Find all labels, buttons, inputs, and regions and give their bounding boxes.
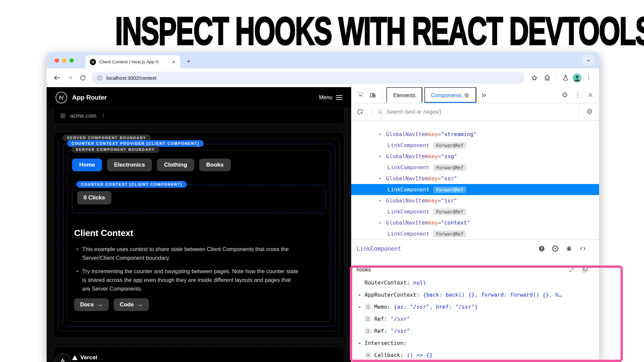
- view-source-icon[interactable]: [579, 245, 586, 252]
- bullet-item: Try incrementing the counter and navigat…: [82, 267, 300, 293]
- react-atom-icon: [464, 93, 470, 98]
- tree-row[interactable]: LinkComponentForwardRef: [351, 140, 599, 151]
- nav-item-books[interactable]: Books: [199, 159, 231, 171]
- minimize-window-button[interactable]: [62, 58, 66, 63]
- forwardref-badge: ForwardRef: [433, 142, 466, 149]
- nextjs-logo-icon[interactable]: [55, 92, 67, 104]
- copy-inspect-icon[interactable]: [581, 266, 588, 273]
- forward-icon[interactable]: [64, 72, 75, 83]
- hook-row[interactable]: 3Ref:"/ssr": [357, 325, 594, 337]
- attr-equals: =: [438, 131, 441, 137]
- search-input[interactable]: [386, 109, 573, 115]
- nav-item-home[interactable]: Home: [72, 159, 102, 171]
- tab-close-icon[interactable]: [171, 59, 177, 65]
- docs-button[interactable]: Docs →: [74, 298, 109, 311]
- expand-arrow-icon[interactable]: ▾: [379, 132, 386, 137]
- hook-row[interactable]: ▸Intersection:: [357, 337, 594, 349]
- window-content: App Router Menu acme.com / SERVER COMPON…: [47, 87, 599, 362]
- components-tab-label: Components: [431, 93, 462, 99]
- code-button[interactable]: Code →: [114, 298, 149, 311]
- hook-row[interactable]: ▸AppRouterContext:{back: back() {}, forw…: [357, 289, 594, 301]
- extensions-icon[interactable]: [541, 72, 553, 83]
- devtools-search-row: ⚙: [351, 103, 599, 121]
- app-header: App Router Menu: [47, 87, 351, 108]
- hooks-actions: [568, 266, 594, 273]
- component-name: LinkComponent: [387, 186, 429, 193]
- site-info-icon[interactable]: [97, 75, 103, 81]
- server-component-boundary-outer: SERVER COMPONENT BOUNDARY COUNTER CONTEX…: [58, 138, 339, 331]
- reload-icon[interactable]: [77, 72, 88, 83]
- error-icon[interactable]: [538, 245, 545, 252]
- nav-item-clothing[interactable]: Clothing: [157, 159, 194, 171]
- expand-arrow-icon[interactable]: ▾: [379, 176, 386, 181]
- expand-arrow-icon[interactable]: ▾: [379, 220, 386, 225]
- hamburger-icon: [336, 95, 342, 100]
- view-settings-gear-icon[interactable]: ⚙: [584, 107, 595, 117]
- demo-site-favicon: [60, 113, 65, 118]
- demo-card: SERVER COMPONENT BOUNDARY COUNTER CONTEX…: [53, 132, 344, 338]
- browser-tab[interactable]: Client Context | Next.js App R: [86, 55, 180, 68]
- expand-arrow-icon[interactable]: ▸: [359, 341, 365, 346]
- search-divider: [579, 108, 579, 116]
- arrow-right-icon: →: [97, 301, 103, 308]
- expand-arrow-icon[interactable]: ▾: [379, 154, 386, 159]
- hook-row[interactable]: 9Callback:() => {}: [357, 349, 594, 361]
- tree-row[interactable]: ▾GlobalNavItem key="ssg": [351, 151, 599, 162]
- new-tab-button[interactable]: [183, 56, 194, 66]
- inspect-element-icon[interactable]: [355, 90, 365, 101]
- vercel-logo[interactable]: Vercel: [72, 354, 97, 361]
- profile-avatar[interactable]: [573, 73, 582, 82]
- expand-arrow-icon[interactable]: ▸: [359, 304, 365, 309]
- tab-components[interactable]: Components: [424, 87, 477, 103]
- nextjs-favicon: [90, 59, 96, 65]
- bug-icon[interactable]: [566, 245, 573, 252]
- hook-row[interactable]: ▸1Memo:{as: "/ssr", href: "/ssr"}: [357, 301, 594, 313]
- back-icon[interactable]: [51, 72, 63, 83]
- parse-hook-names-wand-icon[interactable]: [568, 266, 575, 273]
- tree-row[interactable]: ▾GlobalNavItem key="streaming": [351, 129, 599, 140]
- counter-boundary-label: COUNTER CONTEXT [CLIENT COMPONENT]: [76, 181, 187, 188]
- zoom-window-button[interactable]: [69, 58, 74, 63]
- tree-row[interactable]: LinkComponentForwardRef: [351, 162, 599, 173]
- tree-row[interactable]: ▾GlobalNavItem key="ssr": [351, 173, 599, 184]
- expand-arrow-icon[interactable]: ▸: [359, 292, 365, 297]
- nav-item-electronics[interactable]: Electronics: [107, 159, 152, 171]
- component-name: GlobalNavItem: [386, 220, 428, 226]
- tree-row[interactable]: ▾GlobalNavItem key="context": [351, 217, 599, 228]
- page-heading: Client Context: [74, 228, 324, 238]
- select-component-icon[interactable]: [355, 107, 366, 117]
- labs-flask-icon[interactable]: [560, 72, 571, 83]
- bookmark-star-icon[interactable]: [529, 72, 540, 83]
- device-toolbar-icon[interactable]: [367, 90, 378, 101]
- hook-row[interactable]: RouterContext:null: [357, 277, 594, 289]
- omnibox[interactable]: localhost:3002/context: [92, 72, 525, 84]
- tree-row[interactable]: LinkComponentForwardRef: [351, 184, 599, 195]
- close-window-button[interactable]: [55, 58, 59, 63]
- hook-index-badge: 3: [365, 328, 371, 334]
- tree-row[interactable]: LinkComponentForwardRef: [351, 228, 599, 239]
- close-devtools-icon[interactable]: [585, 90, 596, 101]
- eye-icon[interactable]: [552, 245, 559, 252]
- devtools-menu-kebab-icon[interactable]: ⋮: [572, 90, 583, 101]
- hook-name: AppRouterContext:: [365, 292, 420, 298]
- clicks-counter-button[interactable]: 0 Clicks: [77, 191, 111, 204]
- browser-menu-kebab-icon[interactable]: [583, 72, 594, 83]
- settings-gear-icon[interactable]: ⚙: [559, 90, 570, 101]
- hook-name: Ref:: [374, 316, 387, 322]
- url-text: localhost:3002/context: [106, 75, 156, 81]
- expand-arrow-icon[interactable]: ▾: [379, 198, 386, 203]
- demo-site-domain: acme.com: [70, 113, 96, 119]
- component-name: GlobalNavItem: [386, 131, 428, 137]
- attr-equals: =: [438, 175, 441, 182]
- tab-search-chevron-icon[interactable]: [582, 55, 594, 66]
- hook-name: RouterContext:: [365, 280, 410, 286]
- code-button-label: Code: [120, 301, 133, 308]
- tab-elements[interactable]: Elements: [386, 87, 422, 103]
- provider-boundary-label: COUNTER CONTEXT PROVIDER [CLIENT COMPONE…: [67, 140, 204, 147]
- menu-button[interactable]: Menu: [319, 95, 342, 101]
- pane-header: LinkComponent: [351, 240, 599, 254]
- tree-row[interactable]: ▾GlobalNavItem key="isr": [351, 195, 599, 206]
- more-tabs-icon[interactable]: [478, 90, 489, 101]
- hook-row[interactable]: 2Ref:"/ssr": [357, 313, 594, 325]
- tree-row[interactable]: LinkComponentForwardRef: [351, 206, 599, 217]
